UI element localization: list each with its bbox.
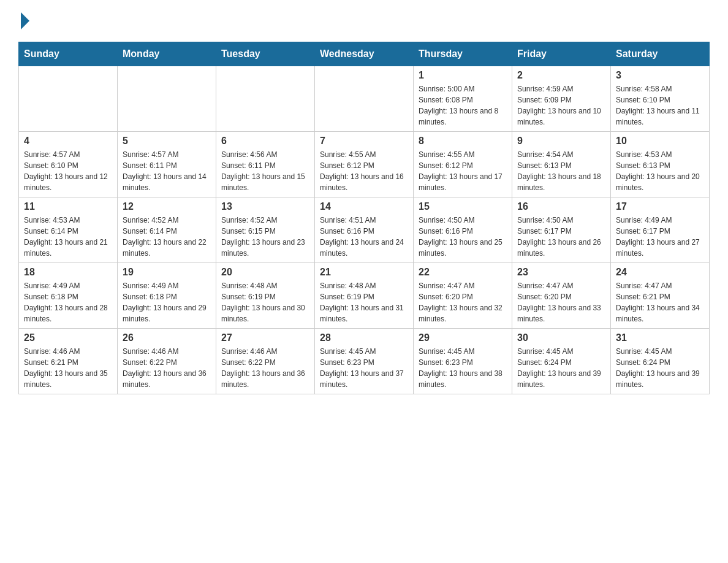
- day-info: Sunrise: 4:49 AM Sunset: 6:18 PM Dayligh…: [24, 280, 112, 324]
- calendar-week-1: 1Sunrise: 5:00 AM Sunset: 6:08 PM Daylig…: [19, 66, 710, 132]
- day-number: 27: [221, 332, 309, 343]
- day-info: Sunrise: 4:49 AM Sunset: 6:18 PM Dayligh…: [123, 280, 211, 324]
- day-number: 14: [320, 201, 408, 212]
- calendar-cell: 12Sunrise: 4:52 AM Sunset: 6:14 PM Dayli…: [118, 197, 216, 263]
- day-number: 10: [616, 136, 704, 147]
- day-info: Sunrise: 4:45 AM Sunset: 6:24 PM Dayligh…: [517, 346, 605, 390]
- calendar-cell: 20Sunrise: 4:48 AM Sunset: 6:19 PM Dayli…: [216, 263, 315, 329]
- day-number: 23: [517, 267, 605, 278]
- calendar-week-2: 4Sunrise: 4:57 AM Sunset: 6:10 PM Daylig…: [19, 132, 710, 197]
- day-number: 15: [419, 201, 507, 212]
- day-number: 21: [320, 267, 408, 278]
- day-number: 8: [419, 136, 507, 147]
- day-number: 9: [517, 136, 605, 147]
- calendar-cell: 22Sunrise: 4:47 AM Sunset: 6:20 PM Dayli…: [414, 263, 512, 329]
- day-info: Sunrise: 4:50 AM Sunset: 6:16 PM Dayligh…: [419, 215, 507, 259]
- calendar-cell: 17Sunrise: 4:49 AM Sunset: 6:17 PM Dayli…: [611, 197, 710, 263]
- logo-arrow-icon: [21, 12, 29, 29]
- day-info: Sunrise: 4:50 AM Sunset: 6:17 PM Dayligh…: [517, 215, 605, 259]
- day-number: 1: [419, 70, 507, 81]
- day-number: 28: [320, 332, 408, 343]
- day-info: Sunrise: 4:53 AM Sunset: 6:13 PM Dayligh…: [616, 149, 704, 193]
- day-number: 6: [221, 136, 309, 147]
- calendar-cell: 7Sunrise: 4:55 AM Sunset: 6:12 PM Daylig…: [315, 132, 414, 197]
- calendar-cell: 15Sunrise: 4:50 AM Sunset: 6:16 PM Dayli…: [414, 197, 512, 263]
- calendar-table: SundayMondayTuesdayWednesdayThursdayFrid…: [18, 42, 710, 394]
- column-header-friday: Friday: [512, 42, 611, 66]
- calendar-cell: 28Sunrise: 4:45 AM Sunset: 6:23 PM Dayli…: [315, 329, 414, 394]
- calendar-cell: 4Sunrise: 4:57 AM Sunset: 6:10 PM Daylig…: [19, 132, 118, 197]
- column-header-thursday: Thursday: [414, 42, 512, 66]
- calendar-cell: 5Sunrise: 4:57 AM Sunset: 6:11 PM Daylig…: [118, 132, 216, 197]
- page-header: [18, 12, 710, 29]
- calendar-cell: 18Sunrise: 4:49 AM Sunset: 6:18 PM Dayli…: [19, 263, 118, 329]
- calendar-cell: 31Sunrise: 4:45 AM Sunset: 6:24 PM Dayli…: [611, 329, 710, 394]
- day-info: Sunrise: 4:57 AM Sunset: 6:10 PM Dayligh…: [24, 149, 112, 193]
- day-number: 12: [123, 201, 211, 212]
- calendar-cell: 16Sunrise: 4:50 AM Sunset: 6:17 PM Dayli…: [512, 197, 611, 263]
- day-number: 17: [616, 201, 704, 212]
- day-info: Sunrise: 4:53 AM Sunset: 6:14 PM Dayligh…: [24, 215, 112, 259]
- calendar-cell: 6Sunrise: 4:56 AM Sunset: 6:11 PM Daylig…: [216, 132, 315, 197]
- day-info: Sunrise: 4:47 AM Sunset: 6:20 PM Dayligh…: [419, 280, 507, 324]
- calendar-week-4: 18Sunrise: 4:49 AM Sunset: 6:18 PM Dayli…: [19, 263, 710, 329]
- day-number: 30: [517, 332, 605, 343]
- day-info: Sunrise: 4:45 AM Sunset: 6:23 PM Dayligh…: [419, 346, 507, 390]
- calendar-cell: [118, 66, 216, 132]
- calendar-week-3: 11Sunrise: 4:53 AM Sunset: 6:14 PM Dayli…: [19, 197, 710, 263]
- calendar-cell: [216, 66, 315, 132]
- calendar-cell: 14Sunrise: 4:51 AM Sunset: 6:16 PM Dayli…: [315, 197, 414, 263]
- day-number: 5: [123, 136, 211, 147]
- day-number: 29: [419, 332, 507, 343]
- day-number: 18: [24, 267, 112, 278]
- day-info: Sunrise: 4:55 AM Sunset: 6:12 PM Dayligh…: [419, 149, 507, 193]
- calendar-cell: 11Sunrise: 4:53 AM Sunset: 6:14 PM Dayli…: [19, 197, 118, 263]
- day-number: 4: [24, 136, 112, 147]
- day-info: Sunrise: 4:45 AM Sunset: 6:24 PM Dayligh…: [616, 346, 704, 390]
- calendar-cell: 26Sunrise: 4:46 AM Sunset: 6:22 PM Dayli…: [118, 329, 216, 394]
- day-number: 26: [123, 332, 211, 343]
- day-info: Sunrise: 5:00 AM Sunset: 6:08 PM Dayligh…: [419, 83, 507, 128]
- column-header-wednesday: Wednesday: [315, 42, 414, 66]
- day-number: 13: [221, 201, 309, 212]
- calendar-cell: 27Sunrise: 4:46 AM Sunset: 6:22 PM Dayli…: [216, 329, 315, 394]
- calendar-cell: 19Sunrise: 4:49 AM Sunset: 6:18 PM Dayli…: [118, 263, 216, 329]
- day-number: 20: [221, 267, 309, 278]
- calendar-cell: [19, 66, 118, 132]
- calendar-week-5: 25Sunrise: 4:46 AM Sunset: 6:21 PM Dayli…: [19, 329, 710, 394]
- column-header-monday: Monday: [118, 42, 216, 66]
- day-info: Sunrise: 4:57 AM Sunset: 6:11 PM Dayligh…: [123, 149, 211, 193]
- calendar-cell: 10Sunrise: 4:53 AM Sunset: 6:13 PM Dayli…: [611, 132, 710, 197]
- day-number: 31: [616, 332, 704, 343]
- day-info: Sunrise: 4:46 AM Sunset: 6:21 PM Dayligh…: [24, 346, 112, 390]
- calendar-cell: [315, 66, 414, 132]
- day-number: 22: [419, 267, 507, 278]
- calendar-header-row: SundayMondayTuesdayWednesdayThursdayFrid…: [19, 42, 710, 66]
- column-header-saturday: Saturday: [611, 42, 710, 66]
- day-info: Sunrise: 4:58 AM Sunset: 6:10 PM Dayligh…: [616, 83, 704, 128]
- day-info: Sunrise: 4:46 AM Sunset: 6:22 PM Dayligh…: [221, 346, 309, 390]
- calendar-cell: 13Sunrise: 4:52 AM Sunset: 6:15 PM Dayli…: [216, 197, 315, 263]
- column-header-sunday: Sunday: [19, 42, 118, 66]
- day-number: 25: [24, 332, 112, 343]
- day-info: Sunrise: 4:59 AM Sunset: 6:09 PM Dayligh…: [517, 83, 605, 128]
- day-info: Sunrise: 4:46 AM Sunset: 6:22 PM Dayligh…: [123, 346, 211, 390]
- day-info: Sunrise: 4:48 AM Sunset: 6:19 PM Dayligh…: [320, 280, 408, 324]
- day-info: Sunrise: 4:56 AM Sunset: 6:11 PM Dayligh…: [221, 149, 309, 193]
- day-info: Sunrise: 4:48 AM Sunset: 6:19 PM Dayligh…: [221, 280, 309, 324]
- day-info: Sunrise: 4:51 AM Sunset: 6:16 PM Dayligh…: [320, 215, 408, 259]
- calendar-cell: 2Sunrise: 4:59 AM Sunset: 6:09 PM Daylig…: [512, 66, 611, 132]
- day-number: 7: [320, 136, 408, 147]
- calendar-cell: 1Sunrise: 5:00 AM Sunset: 6:08 PM Daylig…: [414, 66, 512, 132]
- day-number: 2: [517, 70, 605, 81]
- calendar-cell: 3Sunrise: 4:58 AM Sunset: 6:10 PM Daylig…: [611, 66, 710, 132]
- day-info: Sunrise: 4:52 AM Sunset: 6:14 PM Dayligh…: [123, 215, 211, 259]
- column-header-tuesday: Tuesday: [216, 42, 315, 66]
- day-info: Sunrise: 4:45 AM Sunset: 6:23 PM Dayligh…: [320, 346, 408, 390]
- logo: [18, 12, 31, 29]
- day-number: 3: [616, 70, 704, 81]
- day-info: Sunrise: 4:47 AM Sunset: 6:20 PM Dayligh…: [517, 280, 605, 324]
- calendar-cell: 8Sunrise: 4:55 AM Sunset: 6:12 PM Daylig…: [414, 132, 512, 197]
- day-number: 16: [517, 201, 605, 212]
- day-info: Sunrise: 4:52 AM Sunset: 6:15 PM Dayligh…: [221, 215, 309, 259]
